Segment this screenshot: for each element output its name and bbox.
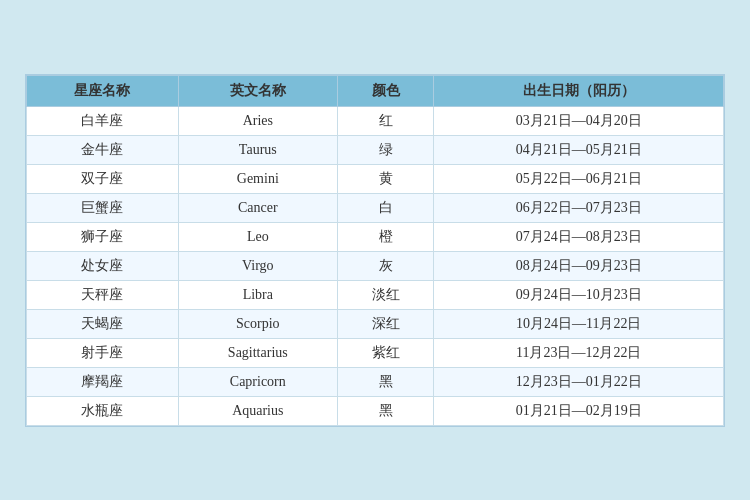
cell-chinese-name: 射手座	[27, 338, 179, 367]
table-row: 处女座Virgo灰08月24日—09月23日	[27, 251, 724, 280]
cell-english-name: Libra	[178, 280, 337, 309]
cell-color: 淡红	[337, 280, 434, 309]
cell-chinese-name: 摩羯座	[27, 367, 179, 396]
cell-dates: 09月24日—10月23日	[434, 280, 724, 309]
cell-english-name: Taurus	[178, 135, 337, 164]
cell-dates: 08月24日—09月23日	[434, 251, 724, 280]
cell-color: 红	[337, 106, 434, 135]
table-row: 狮子座Leo橙07月24日—08月23日	[27, 222, 724, 251]
cell-english-name: Sagittarius	[178, 338, 337, 367]
table-row: 天秤座Libra淡红09月24日—10月23日	[27, 280, 724, 309]
zodiac-table-container: 星座名称 英文名称 颜色 出生日期（阳历） 白羊座Aries红03月21日—04…	[25, 74, 725, 427]
cell-chinese-name: 水瓶座	[27, 396, 179, 425]
cell-english-name: Cancer	[178, 193, 337, 222]
header-english-name: 英文名称	[178, 75, 337, 106]
header-color: 颜色	[337, 75, 434, 106]
cell-dates: 11月23日—12月22日	[434, 338, 724, 367]
cell-color: 黄	[337, 164, 434, 193]
table-row: 摩羯座Capricorn黑12月23日—01月22日	[27, 367, 724, 396]
cell-chinese-name: 巨蟹座	[27, 193, 179, 222]
cell-chinese-name: 金牛座	[27, 135, 179, 164]
cell-dates: 06月22日—07月23日	[434, 193, 724, 222]
cell-english-name: Aquarius	[178, 396, 337, 425]
cell-dates: 07月24日—08月23日	[434, 222, 724, 251]
header-chinese-name: 星座名称	[27, 75, 179, 106]
cell-english-name: Scorpio	[178, 309, 337, 338]
cell-english-name: Aries	[178, 106, 337, 135]
cell-chinese-name: 白羊座	[27, 106, 179, 135]
cell-dates: 01月21日—02月19日	[434, 396, 724, 425]
table-row: 双子座Gemini黄05月22日—06月21日	[27, 164, 724, 193]
zodiac-table: 星座名称 英文名称 颜色 出生日期（阳历） 白羊座Aries红03月21日—04…	[26, 75, 724, 426]
cell-english-name: Capricorn	[178, 367, 337, 396]
cell-english-name: Leo	[178, 222, 337, 251]
table-header-row: 星座名称 英文名称 颜色 出生日期（阳历）	[27, 75, 724, 106]
cell-english-name: Virgo	[178, 251, 337, 280]
cell-chinese-name: 狮子座	[27, 222, 179, 251]
cell-color: 灰	[337, 251, 434, 280]
cell-color: 绿	[337, 135, 434, 164]
cell-color: 黑	[337, 396, 434, 425]
table-row: 巨蟹座Cancer白06月22日—07月23日	[27, 193, 724, 222]
table-row: 天蝎座Scorpio深红10月24日—11月22日	[27, 309, 724, 338]
cell-dates: 03月21日—04月20日	[434, 106, 724, 135]
cell-chinese-name: 处女座	[27, 251, 179, 280]
table-body: 白羊座Aries红03月21日—04月20日金牛座Taurus绿04月21日—0…	[27, 106, 724, 425]
table-row: 水瓶座Aquarius黑01月21日—02月19日	[27, 396, 724, 425]
cell-english-name: Gemini	[178, 164, 337, 193]
cell-dates: 10月24日—11月22日	[434, 309, 724, 338]
cell-color: 深红	[337, 309, 434, 338]
cell-dates: 05月22日—06月21日	[434, 164, 724, 193]
cell-color: 橙	[337, 222, 434, 251]
table-row: 射手座Sagittarius紫红11月23日—12月22日	[27, 338, 724, 367]
table-row: 金牛座Taurus绿04月21日—05月21日	[27, 135, 724, 164]
cell-color: 紫红	[337, 338, 434, 367]
cell-chinese-name: 双子座	[27, 164, 179, 193]
cell-chinese-name: 天蝎座	[27, 309, 179, 338]
cell-color: 白	[337, 193, 434, 222]
cell-dates: 12月23日—01月22日	[434, 367, 724, 396]
table-row: 白羊座Aries红03月21日—04月20日	[27, 106, 724, 135]
header-dates: 出生日期（阳历）	[434, 75, 724, 106]
cell-dates: 04月21日—05月21日	[434, 135, 724, 164]
cell-chinese-name: 天秤座	[27, 280, 179, 309]
cell-color: 黑	[337, 367, 434, 396]
